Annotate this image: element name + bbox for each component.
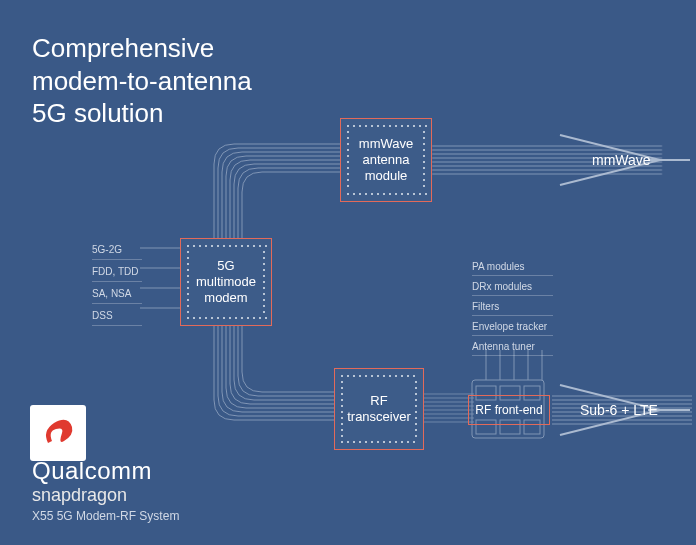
modem-feature-list: 5G-2G FDD, TDD SA, NSA DSS xyxy=(92,240,142,328)
chip-mmwave-module-label: mmWave antenna module xyxy=(359,136,413,185)
chip-mmwave-module: mmWave antenna module xyxy=(340,118,432,202)
brand-company: Qualcomm xyxy=(32,457,179,485)
modem-feature-item: FDD, TDD xyxy=(92,262,142,282)
snapdragon-swirl-icon xyxy=(38,413,78,453)
modem-feature-item: DSS xyxy=(92,306,142,326)
chip-rf-transceiver: RF transceiver xyxy=(334,368,424,450)
chip-rf-transceiver-label: RF transceiver xyxy=(347,393,411,426)
diagram-title: Comprehensive modem-to-antenna 5G soluti… xyxy=(32,32,252,130)
chip-5g-modem-label: 5G multimode modem xyxy=(196,258,256,307)
modem-feature-item: 5G-2G xyxy=(92,240,142,260)
brand-product: snapdragon xyxy=(32,485,179,506)
title-line1: Comprehensive xyxy=(32,33,214,63)
rf-fe-component-item: Envelope tracker xyxy=(472,318,553,336)
rf-front-end-component-list: PA modules DRx modules Filters Envelope … xyxy=(472,258,553,358)
modem-feature-item: SA, NSA xyxy=(92,284,142,304)
title-line2: modem-to-antenna xyxy=(32,66,252,96)
block-rf-front-end-label: RF front-end xyxy=(475,403,542,417)
brand-subline: X55 5G Modem-RF System xyxy=(32,509,179,523)
output-sub6-label: Sub-6 + LTE xyxy=(580,402,658,418)
title-line3: 5G solution xyxy=(32,98,164,128)
rf-fe-component-item: Filters xyxy=(472,298,553,316)
rf-fe-component-item: PA modules xyxy=(472,258,553,276)
output-mmwave-label: mmWave xyxy=(592,152,651,168)
rf-fe-component-item: DRx modules xyxy=(472,278,553,296)
chip-5g-modem: 5G multimode modem xyxy=(180,238,272,326)
snapdragon-logo xyxy=(30,405,86,461)
brand-block: Qualcomm snapdragon X55 5G Modem-RF Syst… xyxy=(32,457,179,523)
block-rf-front-end: RF front-end xyxy=(468,395,550,425)
rf-fe-component-item: Antenna tuner xyxy=(472,338,553,356)
